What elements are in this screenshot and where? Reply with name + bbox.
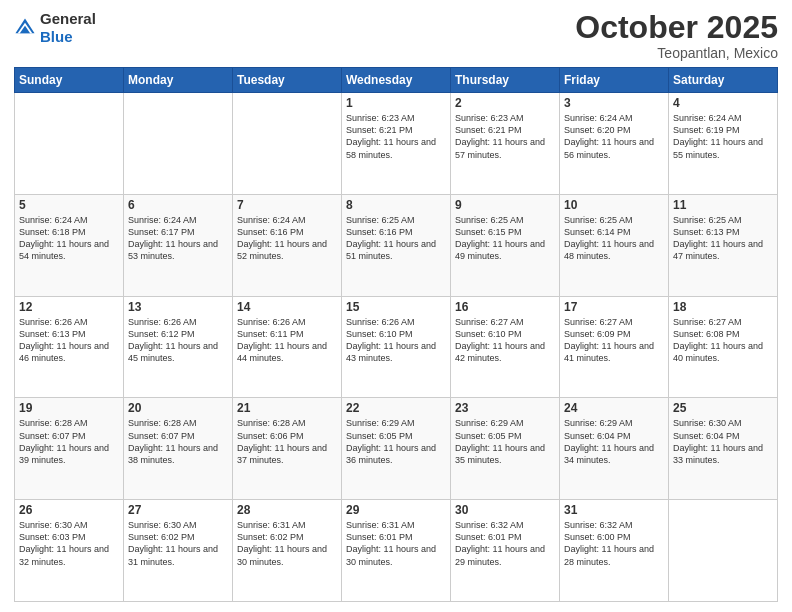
logo: General Blue	[14, 10, 96, 46]
calendar-day-cell: 8Sunrise: 6:25 AM Sunset: 6:16 PM Daylig…	[342, 194, 451, 296]
calendar-day-cell: 13Sunrise: 6:26 AM Sunset: 6:12 PM Dayli…	[124, 296, 233, 398]
calendar-day-cell: 3Sunrise: 6:24 AM Sunset: 6:20 PM Daylig…	[560, 93, 669, 195]
day-number: 21	[237, 401, 337, 415]
weekday-header-row: SundayMondayTuesdayWednesdayThursdayFrid…	[15, 68, 778, 93]
calendar-day-cell: 18Sunrise: 6:27 AM Sunset: 6:08 PM Dayli…	[669, 296, 778, 398]
day-info: Sunrise: 6:31 AM Sunset: 6:02 PM Dayligh…	[237, 519, 337, 568]
day-info: Sunrise: 6:29 AM Sunset: 6:04 PM Dayligh…	[564, 417, 664, 466]
calendar-day-cell: 19Sunrise: 6:28 AM Sunset: 6:07 PM Dayli…	[15, 398, 124, 500]
day-info: Sunrise: 6:30 AM Sunset: 6:02 PM Dayligh…	[128, 519, 228, 568]
day-number: 18	[673, 300, 773, 314]
calendar-day-cell: 1Sunrise: 6:23 AM Sunset: 6:21 PM Daylig…	[342, 93, 451, 195]
weekday-header-cell: Wednesday	[342, 68, 451, 93]
day-info: Sunrise: 6:26 AM Sunset: 6:10 PM Dayligh…	[346, 316, 446, 365]
day-info: Sunrise: 6:29 AM Sunset: 6:05 PM Dayligh…	[346, 417, 446, 466]
calendar-day-cell: 2Sunrise: 6:23 AM Sunset: 6:21 PM Daylig…	[451, 93, 560, 195]
day-info: Sunrise: 6:24 AM Sunset: 6:16 PM Dayligh…	[237, 214, 337, 263]
calendar-day-cell: 6Sunrise: 6:24 AM Sunset: 6:17 PM Daylig…	[124, 194, 233, 296]
day-number: 5	[19, 198, 119, 212]
day-number: 2	[455, 96, 555, 110]
day-info: Sunrise: 6:25 AM Sunset: 6:16 PM Dayligh…	[346, 214, 446, 263]
day-info: Sunrise: 6:24 AM Sunset: 6:20 PM Dayligh…	[564, 112, 664, 161]
day-number: 26	[19, 503, 119, 517]
calendar-day-cell: 22Sunrise: 6:29 AM Sunset: 6:05 PM Dayli…	[342, 398, 451, 500]
logo-general: General	[40, 10, 96, 27]
weekday-header-cell: Saturday	[669, 68, 778, 93]
day-info: Sunrise: 6:32 AM Sunset: 6:00 PM Dayligh…	[564, 519, 664, 568]
day-info: Sunrise: 6:23 AM Sunset: 6:21 PM Dayligh…	[455, 112, 555, 161]
day-info: Sunrise: 6:27 AM Sunset: 6:10 PM Dayligh…	[455, 316, 555, 365]
day-info: Sunrise: 6:27 AM Sunset: 6:08 PM Dayligh…	[673, 316, 773, 365]
day-info: Sunrise: 6:25 AM Sunset: 6:14 PM Dayligh…	[564, 214, 664, 263]
day-info: Sunrise: 6:26 AM Sunset: 6:11 PM Dayligh…	[237, 316, 337, 365]
day-info: Sunrise: 6:23 AM Sunset: 6:21 PM Dayligh…	[346, 112, 446, 161]
day-number: 11	[673, 198, 773, 212]
calendar-day-cell: 24Sunrise: 6:29 AM Sunset: 6:04 PM Dayli…	[560, 398, 669, 500]
location-title: Teopantlan, Mexico	[575, 45, 778, 61]
calendar-day-cell	[233, 93, 342, 195]
weekday-header-cell: Friday	[560, 68, 669, 93]
calendar-day-cell: 28Sunrise: 6:31 AM Sunset: 6:02 PM Dayli…	[233, 500, 342, 602]
day-info: Sunrise: 6:26 AM Sunset: 6:12 PM Dayligh…	[128, 316, 228, 365]
day-number: 20	[128, 401, 228, 415]
day-number: 12	[19, 300, 119, 314]
weekday-header-cell: Sunday	[15, 68, 124, 93]
day-number: 15	[346, 300, 446, 314]
calendar-table: SundayMondayTuesdayWednesdayThursdayFrid…	[14, 67, 778, 602]
day-info: Sunrise: 6:25 AM Sunset: 6:13 PM Dayligh…	[673, 214, 773, 263]
calendar-day-cell: 16Sunrise: 6:27 AM Sunset: 6:10 PM Dayli…	[451, 296, 560, 398]
day-number: 23	[455, 401, 555, 415]
calendar-day-cell: 11Sunrise: 6:25 AM Sunset: 6:13 PM Dayli…	[669, 194, 778, 296]
calendar-day-cell: 21Sunrise: 6:28 AM Sunset: 6:06 PM Dayli…	[233, 398, 342, 500]
day-number: 1	[346, 96, 446, 110]
day-info: Sunrise: 6:31 AM Sunset: 6:01 PM Dayligh…	[346, 519, 446, 568]
day-number: 7	[237, 198, 337, 212]
day-number: 25	[673, 401, 773, 415]
calendar-week-row: 19Sunrise: 6:28 AM Sunset: 6:07 PM Dayli…	[15, 398, 778, 500]
day-info: Sunrise: 6:32 AM Sunset: 6:01 PM Dayligh…	[455, 519, 555, 568]
calendar-day-cell: 14Sunrise: 6:26 AM Sunset: 6:11 PM Dayli…	[233, 296, 342, 398]
page: General Blue October 2025 Teopantlan, Me…	[0, 0, 792, 612]
calendar-day-cell: 23Sunrise: 6:29 AM Sunset: 6:05 PM Dayli…	[451, 398, 560, 500]
day-number: 4	[673, 96, 773, 110]
day-number: 24	[564, 401, 664, 415]
calendar-day-cell: 5Sunrise: 6:24 AM Sunset: 6:18 PM Daylig…	[15, 194, 124, 296]
day-number: 27	[128, 503, 228, 517]
calendar-day-cell: 7Sunrise: 6:24 AM Sunset: 6:16 PM Daylig…	[233, 194, 342, 296]
calendar-day-cell: 26Sunrise: 6:30 AM Sunset: 6:03 PM Dayli…	[15, 500, 124, 602]
weekday-header-cell: Monday	[124, 68, 233, 93]
calendar-day-cell: 9Sunrise: 6:25 AM Sunset: 6:15 PM Daylig…	[451, 194, 560, 296]
day-info: Sunrise: 6:26 AM Sunset: 6:13 PM Dayligh…	[19, 316, 119, 365]
calendar-day-cell: 17Sunrise: 6:27 AM Sunset: 6:09 PM Dayli…	[560, 296, 669, 398]
calendar-week-row: 5Sunrise: 6:24 AM Sunset: 6:18 PM Daylig…	[15, 194, 778, 296]
calendar-week-row: 12Sunrise: 6:26 AM Sunset: 6:13 PM Dayli…	[15, 296, 778, 398]
calendar-day-cell: 12Sunrise: 6:26 AM Sunset: 6:13 PM Dayli…	[15, 296, 124, 398]
logo-icon	[14, 17, 36, 39]
calendar-day-cell: 10Sunrise: 6:25 AM Sunset: 6:14 PM Dayli…	[560, 194, 669, 296]
day-number: 8	[346, 198, 446, 212]
calendar-day-cell	[669, 500, 778, 602]
day-number: 3	[564, 96, 664, 110]
calendar-day-cell: 15Sunrise: 6:26 AM Sunset: 6:10 PM Dayli…	[342, 296, 451, 398]
day-number: 6	[128, 198, 228, 212]
calendar-day-cell: 20Sunrise: 6:28 AM Sunset: 6:07 PM Dayli…	[124, 398, 233, 500]
day-info: Sunrise: 6:24 AM Sunset: 6:19 PM Dayligh…	[673, 112, 773, 161]
day-number: 14	[237, 300, 337, 314]
day-info: Sunrise: 6:30 AM Sunset: 6:04 PM Dayligh…	[673, 417, 773, 466]
day-number: 19	[19, 401, 119, 415]
day-number: 16	[455, 300, 555, 314]
calendar-day-cell: 27Sunrise: 6:30 AM Sunset: 6:02 PM Dayli…	[124, 500, 233, 602]
day-info: Sunrise: 6:24 AM Sunset: 6:17 PM Dayligh…	[128, 214, 228, 263]
month-title: October 2025	[575, 10, 778, 45]
calendar-day-cell	[124, 93, 233, 195]
day-info: Sunrise: 6:28 AM Sunset: 6:06 PM Dayligh…	[237, 417, 337, 466]
calendar-day-cell: 4Sunrise: 6:24 AM Sunset: 6:19 PM Daylig…	[669, 93, 778, 195]
day-info: Sunrise: 6:24 AM Sunset: 6:18 PM Dayligh…	[19, 214, 119, 263]
day-info: Sunrise: 6:25 AM Sunset: 6:15 PM Dayligh…	[455, 214, 555, 263]
logo-blue: Blue	[40, 28, 73, 45]
weekday-header-cell: Thursday	[451, 68, 560, 93]
day-info: Sunrise: 6:29 AM Sunset: 6:05 PM Dayligh…	[455, 417, 555, 466]
header: General Blue October 2025 Teopantlan, Me…	[14, 10, 778, 61]
day-number: 28	[237, 503, 337, 517]
day-info: Sunrise: 6:30 AM Sunset: 6:03 PM Dayligh…	[19, 519, 119, 568]
